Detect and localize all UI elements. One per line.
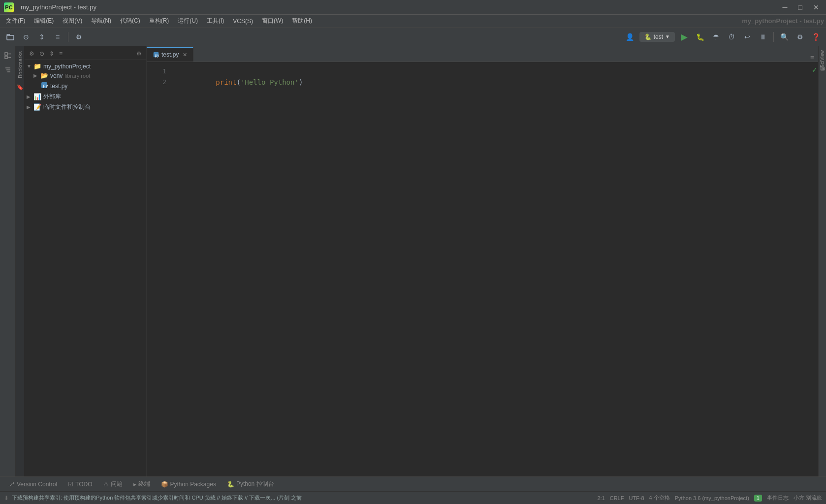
line-separator[interactable]: CRLF bbox=[610, 495, 624, 501]
status-bar: ⬇ 下载预构建共享索引: 使用预构建的Python 软件包共享索引减少索引时间和… bbox=[0, 491, 826, 504]
run-config-label: test bbox=[654, 33, 663, 40]
svg-rect-1 bbox=[5, 53, 7, 55]
tree-tb-icon5[interactable]: ⚙ bbox=[135, 49, 143, 58]
tab-filename: test.py bbox=[161, 51, 179, 58]
tree-tb-icon4[interactable]: ≡ bbox=[58, 49, 64, 58]
bottom-tab-python-packages[interactable]: 📦 Python Packages bbox=[156, 479, 221, 490]
line-number-2: 2 bbox=[147, 77, 166, 88]
venv-folder-icon: 📂 bbox=[40, 72, 48, 79]
tree-tb-icon3[interactable]: ⇕ bbox=[48, 49, 56, 58]
editor-tab-testpy[interactable]: py test.py ✕ bbox=[147, 47, 193, 62]
tree-scratch[interactable]: ▶ 📝 临时文件和控制台 bbox=[25, 102, 146, 112]
python-file-icon: py bbox=[40, 81, 48, 91]
tab-close-button[interactable]: ✕ bbox=[183, 52, 187, 58]
minimize-button[interactable]: ─ bbox=[780, 2, 791, 12]
bottom-tab-vcs[interactable]: ⎇ Version Control bbox=[3, 479, 62, 490]
tree-tb-icon2[interactable]: ⊙ bbox=[38, 49, 46, 58]
scratch-icon: 📝 bbox=[33, 103, 41, 111]
tabs-options-button[interactable]: ≡ bbox=[806, 54, 818, 62]
tree-root[interactable]: ▼ 📁 my_pythonProject bbox=[25, 62, 146, 71]
editor-tabs: py test.py ✕ ≡ bbox=[147, 46, 818, 62]
search-icon[interactable]: 🔍 bbox=[778, 31, 791, 43]
menu-refactor[interactable]: 重构(R) bbox=[145, 15, 173, 27]
help-icon[interactable]: ❓ bbox=[809, 31, 822, 43]
collapse-icon[interactable]: ≡ bbox=[51, 31, 64, 43]
bookmarks-label[interactable]: Bookmarks bbox=[17, 49, 23, 80]
expand-icon[interactable]: ⇕ bbox=[35, 31, 48, 43]
status-right: 2:1 CRLF UTF-8 4 个空格 Python 3.6 (my_pyth… bbox=[597, 494, 822, 502]
venv-arrow: ▶ bbox=[33, 73, 40, 78]
extlibs-arrow: ▶ bbox=[27, 94, 33, 99]
project-view-icon[interactable] bbox=[1, 49, 14, 62]
history-button[interactable]: ↩ bbox=[741, 31, 754, 43]
bottom-tab-python-console[interactable]: 🐍 Python 控制台 bbox=[222, 478, 279, 490]
tree-test-py[interactable]: py test.py bbox=[25, 80, 146, 92]
interpreter[interactable]: Python 3.6 (my_pythonProject) bbox=[675, 495, 749, 501]
cursor-position[interactable]: 2:1 bbox=[597, 495, 604, 501]
app-logo: PC bbox=[4, 2, 14, 12]
menu-code[interactable]: 代码(C) bbox=[116, 15, 144, 27]
vcs-icon: ⎇ bbox=[8, 481, 15, 488]
menu-bar: 文件(F) 编辑(E) 视图(V) 导航(N) 代码(C) 重构(R) 运行(U… bbox=[0, 15, 826, 28]
line-number-1: 1 bbox=[147, 66, 166, 77]
right-gutter: ✓ bbox=[811, 62, 818, 476]
menu-tools[interactable]: 工具(I) bbox=[203, 15, 228, 27]
folder-icon[interactable] bbox=[4, 31, 17, 43]
sciview-label[interactable]: SciView bbox=[820, 46, 825, 71]
status-bar-icon: ⬇ bbox=[4, 495, 9, 502]
packages-icon: 📦 bbox=[161, 481, 168, 488]
issue-icon: ⚠ bbox=[103, 481, 109, 488]
person-icon[interactable]: 👤 bbox=[624, 31, 636, 43]
profile-button[interactable]: ⏱ bbox=[725, 31, 738, 43]
settings-icon[interactable]: ⚙ bbox=[72, 31, 85, 43]
run-config[interactable]: 🐍 test ▼ bbox=[639, 32, 675, 42]
window-controls: ─ □ ✕ bbox=[780, 2, 822, 12]
code-line-2 bbox=[174, 98, 811, 109]
todo-label: TODO bbox=[75, 481, 92, 488]
right-sidebar: SciView 结构 bbox=[818, 46, 826, 476]
structure-icon[interactable] bbox=[1, 64, 14, 77]
code-area[interactable]: print('Hello Python') bbox=[170, 62, 811, 476]
editor-content[interactable]: 1 2 print('Hello Python') ✓ bbox=[147, 62, 818, 476]
menu-vcs[interactable]: VCS(S) bbox=[229, 16, 257, 26]
pause-button[interactable]: ⏸ bbox=[757, 31, 769, 43]
gear-icon[interactable]: ⚙ bbox=[794, 31, 806, 43]
window-title: my_pythonProject - test.py bbox=[21, 3, 96, 11]
menu-view[interactable]: 视图(V) bbox=[59, 15, 86, 27]
svg-rect-2 bbox=[5, 56, 7, 59]
coverage-button[interactable]: ☂ bbox=[709, 31, 722, 43]
run-button[interactable]: ▶ bbox=[678, 31, 691, 43]
scratch-arrow: ▶ bbox=[27, 104, 33, 110]
bookmark-icon[interactable]: 🔖 bbox=[16, 83, 25, 92]
close-button[interactable]: ✕ bbox=[810, 2, 822, 12]
charset[interactable]: UTF-8 bbox=[629, 495, 644, 501]
event-badge[interactable]: 1 bbox=[754, 495, 762, 502]
window-title-center: my_pythonProject - test.py bbox=[742, 17, 824, 25]
menu-file[interactable]: 文件(F) bbox=[2, 15, 29, 27]
project-tree[interactable]: ⚙ ⊙ ⇕ ≡ ⚙ ▼ 📁 my_pythonProject ▶ 📂 venv … bbox=[25, 46, 147, 476]
maximize-button[interactable]: □ bbox=[795, 2, 805, 12]
todo-icon: ☑ bbox=[68, 481, 73, 488]
indent[interactable]: 4 个空格 bbox=[649, 494, 670, 502]
debug-button[interactable]: 🐛 bbox=[694, 31, 706, 43]
tree-tb-icon1[interactable]: ⚙ bbox=[28, 49, 36, 58]
tree-toolbar: ⚙ ⊙ ⇕ ≡ ⚙ bbox=[25, 48, 146, 60]
terminal-icon: ▸ bbox=[133, 481, 136, 488]
tree-venv[interactable]: ▶ 📂 venv library root bbox=[25, 71, 146, 80]
event-log-label[interactable]: 事件日志 bbox=[767, 494, 789, 502]
editor-area: py test.py ✕ ≡ 1 2 print('Hello Python')… bbox=[147, 46, 818, 476]
python-console-label: Python 控制台 bbox=[236, 480, 274, 488]
username: 小方 别流账 bbox=[794, 494, 822, 502]
bottom-tab-issues[interactable]: ⚠ 问题 bbox=[98, 478, 127, 490]
bottom-tab-terminal[interactable]: ▸ 终端 bbox=[128, 478, 155, 490]
scratch-label: 临时文件和控制台 bbox=[43, 103, 91, 111]
menu-edit[interactable]: 编辑(E) bbox=[30, 15, 58, 27]
bottom-tab-todo[interactable]: ☑ TODO bbox=[63, 479, 97, 490]
circle-icon[interactable]: ⊙ bbox=[20, 31, 32, 43]
structure-label[interactable]: 结构 bbox=[819, 71, 826, 79]
tree-external-libs[interactable]: ▶ 📊 外部库 bbox=[25, 92, 146, 102]
menu-help[interactable]: 帮助(H) bbox=[288, 15, 316, 27]
menu-window[interactable]: 窗口(W) bbox=[258, 15, 287, 27]
menu-navigate[interactable]: 导航(N) bbox=[87, 15, 115, 27]
menu-run[interactable]: 运行(U) bbox=[174, 15, 202, 27]
